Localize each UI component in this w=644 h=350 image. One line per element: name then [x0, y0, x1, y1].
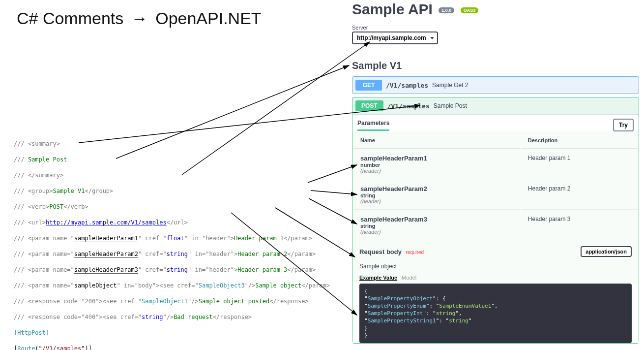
- param-body-name: sampleObject: [74, 282, 117, 289]
- xml-summary-open: /// <summary>: [14, 140, 60, 147]
- param3-name: sampleHeaderParam3: [74, 266, 138, 274]
- method-post-badge: POST: [355, 100, 383, 111]
- parameters-table: Name Description sampleHeaderParam1 numb…: [352, 131, 639, 241]
- api-title: Sample API 1.0.0 OAS3: [352, 1, 644, 18]
- xml-summary-close: /// </summary>: [14, 172, 63, 179]
- op-get-block[interactable]: GET /V1/samples Sample Get 2: [352, 76, 639, 94]
- server-label: Server: [352, 25, 644, 31]
- arrow-right-icon: →: [131, 9, 148, 28]
- xml-verb-text: POST: [49, 203, 63, 210]
- attr-httppost: [HttpPost]: [14, 329, 49, 336]
- version-badge: 1.0.0: [439, 7, 454, 13]
- op-get-desc: Sample Get 2: [432, 82, 468, 89]
- method-get-badge: GET: [355, 80, 382, 91]
- title-right: OpenAPI.NET: [155, 9, 261, 28]
- oas-badge: OAS3: [461, 7, 479, 13]
- example-json[interactable]: { "SamplePropertyObject": { "SamplePrope…: [359, 284, 632, 343]
- xml-summary-text: Sample Post: [28, 156, 67, 163]
- required-badge: required: [406, 250, 424, 255]
- attr-route: Route: [17, 345, 35, 350]
- table-row: sampleHeaderParam2 string (header) Heade…: [353, 180, 638, 210]
- request-body-title: Request body: [359, 248, 402, 255]
- title-left: C# Comments: [17, 9, 123, 28]
- param1-name: sampleHeaderParam1: [74, 235, 138, 242]
- op-post-path: /V1/samples: [387, 102, 430, 110]
- tab-example-value[interactable]: Example Value: [359, 275, 397, 281]
- op-get-path: /V1/samples: [386, 82, 428, 89]
- page-title: C# Comments → OpenAPI.NET: [17, 9, 262, 28]
- content-type-dropdown[interactable]: application/json: [581, 246, 632, 257]
- op-post-desc: Sample Post: [434, 102, 467, 109]
- col-name: Name: [353, 132, 520, 149]
- param2-name: sampleHeaderParam2: [74, 251, 138, 258]
- try-button[interactable]: Try: [613, 119, 634, 131]
- col-desc: Description: [521, 132, 638, 149]
- parameters-tab[interactable]: Parameters: [357, 120, 389, 131]
- tab-model[interactable]: Model: [402, 275, 416, 281]
- table-row: sampleHeaderParam3 string (header) Heade…: [353, 211, 638, 240]
- xml-url-link[interactable]: http://myapi.sample.com/V1/samples: [46, 219, 167, 226]
- request-body-desc: Sample object: [352, 260, 639, 273]
- xml-group-text: Sample V1: [53, 188, 85, 194]
- swagger-ui: Sample API 1.0.0 OAS3 Server http://myap…: [347, 0, 644, 350]
- server-dropdown[interactable]: http://myapi.sample.com: [352, 32, 438, 44]
- section-title[interactable]: Sample V1: [352, 60, 644, 71]
- op-post-block[interactable]: POST /V1/samples Sample Post Parameters …: [352, 97, 639, 344]
- csharp-xml-comments: /// <summary> /// Sample Post /// </summ…: [14, 132, 338, 350]
- table-row: sampleHeaderParam1 number (header) Heade…: [353, 150, 638, 179]
